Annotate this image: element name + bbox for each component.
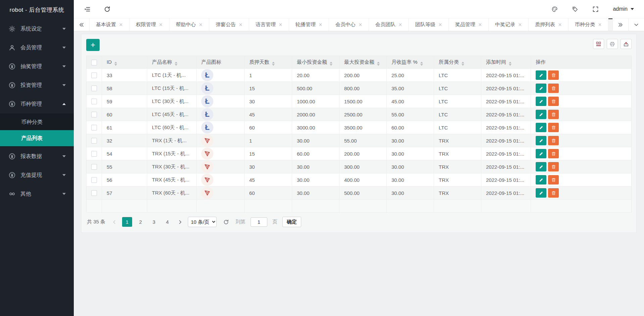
edit-button[interactable] [536,110,546,119]
close-icon[interactable] [159,23,163,27]
tabs-menu-button[interactable] [628,18,644,31]
delete-button[interactable] [548,110,559,119]
tab-13[interactable]: 产品列表 [608,18,612,31]
edit-button[interactable] [536,188,546,198]
page-button-2[interactable]: 2 [136,217,146,227]
sidebar-item-7[interactable]: 其他 [0,185,74,203]
prev-page-button[interactable] [112,219,117,225]
close-icon[interactable] [199,23,203,27]
tab-4[interactable]: 语言管理 [249,18,289,31]
tab-8[interactable]: 团队等级 [409,18,449,31]
close-icon[interactable] [319,23,322,27]
row-checkbox[interactable] [91,177,97,183]
tab-10[interactable]: 中奖记录 [489,18,529,31]
tab-1[interactable]: 权限管理 [129,18,169,31]
close-icon[interactable] [359,23,362,27]
select-all-checkbox[interactable] [91,60,97,65]
tab-11[interactable]: 质押列表 [529,18,569,31]
sidebar-item-2[interactable]: 抽奖管理 [0,57,74,76]
page-size-select[interactable]: 10 条/页 [188,217,217,227]
scroll-tabs-right-button[interactable] [612,18,628,31]
column-header-3[interactable]: 质押天数 [245,56,292,69]
sidebar-item-6[interactable]: 充值提现 [0,166,74,185]
menu-fold-icon[interactable] [84,6,91,13]
row-checkbox[interactable] [91,112,97,117]
tab-0[interactable]: 基本设置 [90,18,129,31]
row-checkbox[interactable] [91,151,97,157]
row-checkbox[interactable] [91,125,97,130]
edit-button[interactable] [536,136,546,145]
print-icon[interactable] [607,39,618,49]
close-icon[interactable] [119,23,123,27]
close-icon[interactable] [518,23,522,27]
delete-button[interactable] [548,149,559,158]
close-icon[interactable] [558,23,562,27]
sidebar-subitem-4-1[interactable]: 产品列表 [0,130,74,146]
tab-12[interactable]: 币种分类 [569,18,608,31]
scroll-tabs-left-button[interactable] [74,18,90,31]
sidebar-item-3[interactable]: 投资管理 [0,76,74,95]
delete-button[interactable] [548,123,559,132]
edit-button[interactable] [536,97,546,106]
row-checkbox[interactable] [91,86,97,91]
row-checkbox[interactable] [91,72,97,78]
pagination-refresh-icon[interactable] [223,219,229,225]
sidebar-item-4[interactable]: 币种管理 [0,95,74,113]
column-header-4[interactable]: 最小投资金额 [292,56,339,69]
columns-icon[interactable] [593,39,604,49]
close-icon[interactable] [279,23,282,27]
close-icon[interactable] [478,23,482,27]
user-menu[interactable]: admin [613,6,634,12]
confirm-button[interactable]: 确定 [282,217,301,227]
row-checkbox[interactable] [91,99,97,104]
delete-button[interactable] [548,84,559,93]
tab-3[interactable]: 弹窗公告 [209,18,249,31]
close-icon[interactable] [598,23,602,27]
row-checkbox[interactable] [91,138,97,144]
close-icon[interactable] [398,23,402,27]
tab-9[interactable]: 奖品管理 [449,18,489,31]
edit-button[interactable] [536,149,546,158]
edit-button[interactable] [536,175,546,185]
export-icon[interactable] [621,39,632,49]
next-page-button[interactable] [177,219,183,225]
sidebar-item-0[interactable]: 系统设定 [0,19,74,38]
column-header-7[interactable]: 所属分类 [434,56,481,69]
tab-5[interactable]: 轮播管理 [289,18,329,31]
row-checkbox[interactable] [91,190,97,196]
column-header-5[interactable]: 最大投资金额 [339,56,387,69]
fullscreen-icon[interactable] [592,6,599,12]
delete-button[interactable] [548,136,559,145]
edit-button[interactable] [536,162,546,171]
delete-button[interactable] [548,162,559,171]
delete-button[interactable] [548,70,559,80]
page-button-1[interactable]: 1 [122,217,132,227]
edit-button[interactable] [536,123,546,132]
page-button-4[interactable]: 4 [162,217,172,227]
page-button-3[interactable]: 3 [149,217,159,227]
column-header-1[interactable]: 产品名称 [147,56,197,69]
tab-2[interactable]: 帮助中心 [169,18,209,31]
close-icon[interactable] [438,23,442,27]
refresh-icon[interactable] [104,6,111,13]
palette-icon[interactable] [551,6,558,12]
edit-button[interactable] [536,70,546,80]
tab-6[interactable]: 会员中心 [329,18,369,31]
row-checkbox[interactable] [91,164,97,170]
goto-page-input[interactable] [251,217,267,227]
sidebar-item-5[interactable]: 报表数据 [0,147,74,166]
column-header-0[interactable]: ID [102,56,147,69]
sidebar-item-1[interactable]: 会员管理 [0,38,74,57]
add-button[interactable]: + [86,39,100,51]
delete-button[interactable] [548,188,559,198]
edit-button[interactable] [536,84,546,93]
caret-up-icon [62,103,66,105]
delete-button[interactable] [548,175,559,185]
close-icon[interactable] [239,23,243,27]
sidebar-subitem-4-0[interactable]: 币种分类 [0,114,74,130]
column-header-6[interactable]: 月收益率 % [387,56,434,69]
column-header-8[interactable]: 添加时间 [481,56,531,69]
tab-7[interactable]: 会员团队 [369,18,409,31]
tag-icon[interactable] [572,6,578,12]
delete-button[interactable] [548,97,559,106]
